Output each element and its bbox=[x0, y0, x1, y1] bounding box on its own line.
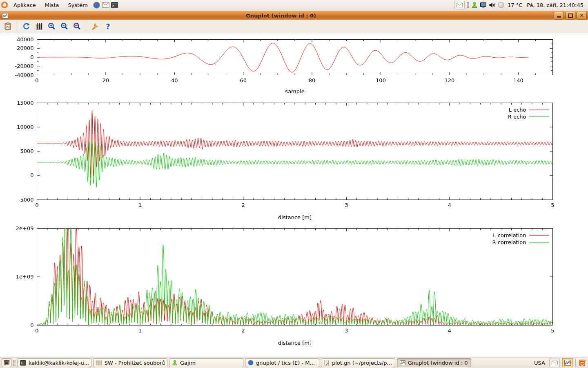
trash-icon[interactable] bbox=[578, 359, 586, 367]
task-label: SW - Prohlížeč souborů bbox=[105, 360, 165, 366]
gnuplot-plot-area bbox=[0, 33, 588, 357]
window-title: Gnuplot (window id : 0) bbox=[8, 13, 554, 19]
volume-icon[interactable] bbox=[489, 2, 496, 8]
minimize-button[interactable] bbox=[554, 12, 564, 20]
toolbar-separator bbox=[86, 22, 86, 31]
text-editor-icon bbox=[324, 360, 330, 366]
task-gajim[interactable]: Gajim bbox=[169, 358, 243, 367]
next-zoom-icon bbox=[60, 22, 69, 31]
previous-zoom-button[interactable] bbox=[47, 21, 56, 31]
tray-mail-icon bbox=[457, 3, 463, 7]
gnome-top-panel: Aplikace Místa Systém bbox=[0, 0, 588, 10]
close-icon: ✕ bbox=[579, 13, 584, 18]
task-label: Gajim bbox=[180, 360, 196, 366]
terminal-icon bbox=[111, 2, 118, 8]
menu-places[interactable]: Místa bbox=[40, 0, 64, 10]
menu-places-label: Místa bbox=[45, 2, 59, 8]
close-button[interactable]: ✕ bbox=[577, 12, 587, 20]
unzoom-button[interactable] bbox=[72, 21, 82, 31]
menu-applications[interactable]: Aplikace bbox=[9, 0, 40, 10]
firefox-launcher[interactable] bbox=[92, 0, 101, 10]
desktop: { "desktop": { "top_panel": { "menus": [… bbox=[0, 0, 588, 368]
gajim-icon bbox=[172, 360, 178, 366]
plot-canvas[interactable] bbox=[0, 34, 588, 357]
weather-temperature[interactable]: 17 °C bbox=[506, 2, 523, 8]
tray-mail-icon bbox=[552, 361, 558, 365]
system-tray: 17 °C Pá, 18. září, 21:40:45 bbox=[454, 1, 588, 9]
terminal-launcher[interactable] bbox=[110, 0, 119, 10]
previous-zoom-icon bbox=[47, 22, 56, 31]
minimize-icon bbox=[557, 16, 561, 18]
grid-icon bbox=[35, 22, 43, 31]
gajim-status-icon[interactable] bbox=[471, 2, 478, 8]
gnuplot-toolbar: ? bbox=[0, 20, 588, 33]
window-selector-icon bbox=[4, 360, 10, 366]
menu-applications-label: Aplikace bbox=[13, 2, 36, 8]
copy-to-clipboard-button[interactable] bbox=[3, 21, 13, 31]
task-label: Gnuplot (window id : 0) bbox=[408, 360, 468, 366]
replot-button[interactable] bbox=[21, 21, 31, 31]
taskbar-separator bbox=[575, 359, 576, 367]
task-terminal[interactable]: kaklik@kaklik-kolej-u... bbox=[17, 358, 91, 367]
replot-icon bbox=[22, 22, 31, 31]
taskbar-tray: USA bbox=[532, 358, 586, 367]
firefox-icon bbox=[248, 360, 254, 366]
unzoom-icon bbox=[73, 22, 81, 31]
toggle-grid-button[interactable] bbox=[34, 21, 44, 31]
gnuplot-window-icon bbox=[2, 13, 8, 19]
display-settings-icon[interactable] bbox=[480, 2, 487, 8]
gnuplot-icon bbox=[400, 360, 405, 366]
clock[interactable]: Pá, 18. září, 21:40:45 bbox=[526, 2, 585, 8]
settings-button[interactable] bbox=[90, 21, 100, 31]
keyboard-layout-indicator[interactable]: USA bbox=[532, 360, 547, 366]
menu-system[interactable]: Systém bbox=[63, 0, 92, 10]
ubuntu-menu-icon[interactable] bbox=[0, 0, 9, 10]
task-gnuplot[interactable]: Gnuplot (window id : 0) bbox=[397, 358, 471, 367]
svg-text:?: ? bbox=[106, 22, 110, 31]
mail-launcher[interactable] bbox=[101, 0, 110, 10]
toolbar-separator bbox=[17, 22, 17, 31]
task-label: gnuplot / tics (E) - M... bbox=[256, 360, 315, 366]
file-manager-icon bbox=[96, 360, 102, 366]
next-zoom-button[interactable] bbox=[59, 21, 69, 31]
tray-gnuplot-button[interactable] bbox=[562, 358, 573, 367]
task-file-manager[interactable]: SW - Prohlížeč souborů bbox=[93, 358, 167, 367]
terminal-icon bbox=[20, 360, 26, 366]
task-label: plot.gn (~/projects/p... bbox=[332, 360, 392, 366]
menu-system-label: Systém bbox=[68, 2, 87, 8]
mail-icon bbox=[102, 2, 109, 8]
wrench-icon bbox=[91, 22, 100, 31]
window-selector-button[interactable] bbox=[2, 358, 11, 367]
maximize-button[interactable] bbox=[565, 12, 575, 20]
tray-grip-handle bbox=[467, 2, 469, 8]
gnome-bottom-panel: kaklik@kaklik-kolej-u... SW - Prohlížeč … bbox=[0, 357, 588, 368]
tray-mail-button[interactable] bbox=[549, 359, 560, 367]
taskbar-grip-handle bbox=[13, 360, 16, 366]
maximize-icon bbox=[568, 13, 573, 18]
task-text-editor[interactable]: plot.gn (~/projects/p... bbox=[321, 358, 395, 367]
task-firefox[interactable]: gnuplot / tics (E) - M... bbox=[245, 358, 319, 367]
help-icon: ? bbox=[104, 22, 112, 31]
ubuntu-logo-icon bbox=[1, 1, 8, 9]
task-label: kaklik@kaklik-kolej-u... bbox=[29, 360, 89, 366]
weather-moon-icon[interactable] bbox=[498, 2, 504, 8]
tray-mail-button[interactable] bbox=[454, 1, 465, 9]
copy-to-clipboard-icon bbox=[4, 22, 12, 31]
gnuplot-icon bbox=[564, 359, 571, 366]
gnuplot-window-titlebar[interactable]: Gnuplot (window id : 0) ✕ bbox=[0, 11, 588, 20]
help-button[interactable]: ? bbox=[103, 21, 113, 31]
firefox-icon bbox=[93, 2, 100, 9]
